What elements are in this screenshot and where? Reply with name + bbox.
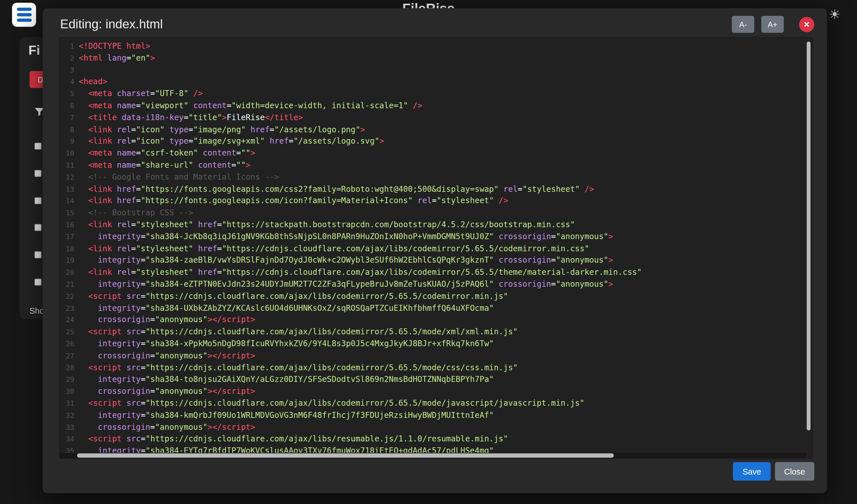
code-line: integrity="sha384-zaeBlB/vwYsDRSlFajnDd7… <box>79 255 807 266</box>
line-number: 24 <box>64 314 74 326</box>
line-number: 8 <box>64 124 74 136</box>
line-number: 14 <box>64 195 74 207</box>
line-number: 17 <box>64 231 74 243</box>
editor-modal: Editing: index.html A- A+ ✕ 123456789101… <box>43 8 827 493</box>
code-line: <meta name="csrf-token" content=""> <box>79 147 807 159</box>
line-number: 28 <box>64 362 74 374</box>
code-line: <!DOCTYPE html> <box>79 40 807 52</box>
code-line: <meta name="share-url" content=""> <box>79 159 807 171</box>
line-number: 2 <box>64 52 74 64</box>
line-number: 32 <box>64 410 74 421</box>
code-line: <script src="https://cdnjs.cloudflare.co… <box>79 290 807 302</box>
code-line: <html lang="en"> <box>79 52 807 64</box>
line-number-gutter: 1234567891011121314151617181920212223242… <box>64 40 74 453</box>
line-number: 11 <box>64 159 74 171</box>
line-number: 33 <box>64 421 74 433</box>
code-line: <script src="https://cdnjs.cloudflare.co… <box>79 433 807 445</box>
line-number: 25 <box>64 326 74 338</box>
horizontal-scrollbar-track <box>60 453 807 458</box>
line-number: 21 <box>64 278 74 290</box>
code-line: <link rel="stylesheet" href="https://cdn… <box>79 266 807 278</box>
code-line: <!-- Bootstrap CSS --> <box>79 207 807 219</box>
modal-title: Editing: index.html <box>60 17 725 32</box>
code-line: crossorigin="anonymous"></script> <box>79 350 807 362</box>
code-line: <meta charset="UTF-8" /> <box>79 88 807 100</box>
close-button[interactable]: Close <box>775 462 814 481</box>
line-number: 5 <box>64 88 74 100</box>
code-editor[interactable]: 1234567891011121314151617181920212223242… <box>59 37 813 459</box>
save-button[interactable]: Save <box>733 462 770 481</box>
line-number: 30 <box>64 386 74 398</box>
line-number: 23 <box>64 302 74 314</box>
line-number: 13 <box>64 183 74 195</box>
line-number: 20 <box>64 266 74 278</box>
line-number: 34 <box>64 433 74 445</box>
line-number: 6 <box>64 100 74 112</box>
line-number: 15 <box>64 207 74 219</box>
code-content[interactable]: <!DOCTYPE html><html lang="en"> <head> <… <box>79 40 807 453</box>
modal-close-button[interactable]: ✕ <box>799 17 814 32</box>
line-number: 12 <box>64 171 74 183</box>
code-line: integrity="sha384-kmQrbJf09Uo1WRLMDVGoVG… <box>79 410 807 421</box>
code-line: <link href="https://fonts.googleapis.com… <box>79 183 807 195</box>
code-line: <script src="https://cdnjs.cloudflare.co… <box>79 326 807 338</box>
code-line: integrity="sha384-UXbkZAbZYZ/KCAslc6UO4d… <box>79 302 807 314</box>
theme-toggle-button[interactable]: ☀ <box>825 5 844 24</box>
code-line: <meta name="viewport" content="width=dev… <box>79 100 807 112</box>
code-line: <link rel="icon" type="image/png" href="… <box>79 124 807 136</box>
code-line: <link href="https://fonts.googleapis.com… <box>79 195 807 207</box>
logo-icon <box>17 19 32 22</box>
code-line: <link rel="stylesheet" href="https://cdn… <box>79 243 807 255</box>
code-line: integrity="sha384-to8njsu2GAiXQnY/aLGzz0… <box>79 374 807 386</box>
line-number: 3 <box>64 64 74 76</box>
code-line: integrity="sha384-xPpkMo5nDgD98fIcuRVYhx… <box>79 338 807 350</box>
code-line: crossorigin="anonymous"></script> <box>79 314 807 326</box>
line-number: 26 <box>64 338 74 350</box>
modal-header: Editing: index.html A- A+ ✕ <box>43 8 827 37</box>
line-number: 19 <box>64 255 74 266</box>
close-icon: ✕ <box>803 20 810 29</box>
show-link[interactable]: Sho <box>30 306 44 315</box>
font-decrease-button[interactable]: A- <box>732 16 754 33</box>
code-line: <script src="https://cdnjs.cloudflare.co… <box>79 362 807 374</box>
line-number: 16 <box>64 219 74 231</box>
horizontal-scrollbar[interactable] <box>77 453 614 457</box>
page: FileRise ☀ Fi D Sho Editing: index.html … <box>0 0 857 504</box>
row-checkbox[interactable] <box>34 142 41 150</box>
row-checkbox[interactable] <box>34 170 41 177</box>
modal-footer: Save Close <box>733 462 814 481</box>
code-line <box>79 64 807 76</box>
row-checkbox[interactable] <box>34 197 41 204</box>
code-line: <!-- Google Fonts and Material Icons --> <box>79 171 807 183</box>
row-checkbox[interactable] <box>34 224 41 231</box>
sun-icon: ☀ <box>829 7 840 22</box>
code-scroll-area: 1234567891011121314151617181920212223242… <box>60 38 807 453</box>
line-number: 9 <box>64 136 74 147</box>
code-line: <script src="https://cdnjs.cloudflare.co… <box>79 398 807 410</box>
vertical-scrollbar[interactable] <box>807 42 810 431</box>
code-line: <link rel="icon" type="image/svg+xml" hr… <box>79 136 807 147</box>
line-number: 31 <box>64 398 74 410</box>
row-checkbox[interactable] <box>34 251 41 258</box>
code-line: crossorigin="anonymous"></script> <box>79 386 807 398</box>
code-line: crossorigin="anonymous"></script> <box>79 421 807 433</box>
line-number: 4 <box>64 76 74 88</box>
code-line: integrity="sha384-JcKb8q3iqJ61gNV9KGb8th… <box>79 231 807 243</box>
code-line: integrity="sha384-EYTg7rBfdIP7WoKVCslusA… <box>79 445 807 453</box>
line-number: 7 <box>64 112 74 124</box>
line-number: 27 <box>64 350 74 362</box>
line-number: 22 <box>64 290 74 302</box>
line-number: 35 <box>64 445 74 453</box>
line-number: 18 <box>64 243 74 255</box>
code-line: integrity="sha384-eZTPTN0EvJdn23s24UDYJm… <box>79 278 807 290</box>
line-number: 10 <box>64 147 74 159</box>
code-line: <title data-i18n-key="title">FileRise</t… <box>79 112 807 124</box>
sidebar-heading: Fi <box>28 42 40 58</box>
code-line: <link rel="stylesheet" href="https://sta… <box>79 219 807 231</box>
code-line: <head> <box>79 76 807 88</box>
row-checkbox[interactable] <box>34 278 41 285</box>
font-increase-button[interactable]: A+ <box>761 16 784 33</box>
line-number: 1 <box>64 40 74 52</box>
line-number: 29 <box>64 374 74 386</box>
